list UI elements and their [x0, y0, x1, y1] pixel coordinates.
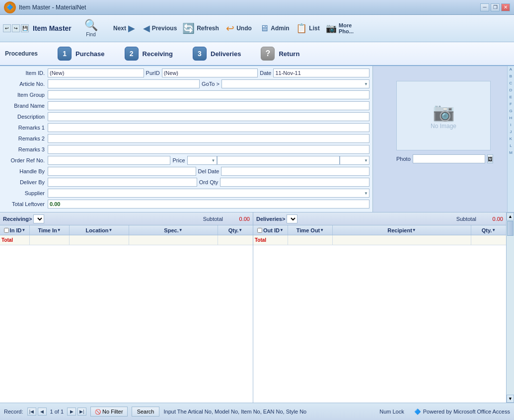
alpha-B[interactable]: B [508, 73, 514, 80]
receiving-total-row: Total [0, 235, 253, 245]
find-button[interactable]: 🔍 Find [73, 16, 108, 40]
remarks3-input[interactable] [48, 145, 369, 154]
receiving-select-all[interactable] [4, 228, 9, 233]
deliver-by-row: Deliver By Ord Qty [3, 177, 369, 187]
no-image-placeholder: 📷 No Image [396, 81, 491, 150]
record-label: Record: [4, 409, 23, 415]
record-last-button[interactable]: ▶| [77, 408, 86, 416]
photo-input[interactable] [413, 154, 485, 163]
deliver-by-input[interactable] [48, 178, 197, 187]
camera-icon: 📷 [433, 102, 455, 123]
alpha-E[interactable]: E [508, 94, 514, 101]
refresh-button[interactable]: 🔄 Refresh [181, 16, 220, 40]
next-button[interactable]: Next ▶ [109, 16, 139, 40]
price-unit-select[interactable] [340, 156, 369, 165]
deliveries-panel: Deliveries> Subtotal 0.00 Out ID ▼ [253, 212, 506, 403]
admin-button[interactable]: 🖥 Admin [257, 16, 292, 40]
find-icon: 🔍 [84, 20, 98, 31]
handle-by-input[interactable] [48, 167, 196, 176]
toolbar-small-btn-3[interactable]: 💾 [21, 24, 29, 32]
undo-button[interactable]: ↩ Undo [221, 16, 256, 40]
article-no-row: Article No. GoTo > [3, 79, 369, 89]
status-bar: Record: |◀ ◀ 1 of 1 ▶ ▶| 🚫 No Filter Sea… [0, 403, 514, 420]
receiving-total-spec [129, 235, 218, 245]
record-first-button[interactable]: |◀ [27, 408, 36, 416]
supplier-select[interactable] [48, 189, 369, 198]
col-time-out[interactable]: Time Out ▼ [288, 225, 333, 235]
photo-browse-button[interactable]: 🖼 [487, 154, 493, 163]
alpha-K[interactable]: K [508, 136, 514, 142]
proc-receiving[interactable]: 2 Receiving [125, 47, 173, 61]
toolbar-small-btn-1[interactable]: ↩ [3, 24, 11, 32]
alpha-G[interactable]: G [508, 108, 514, 115]
col-recipient[interactable]: Recipient ▼ [333, 225, 471, 235]
alpha-C[interactable]: C [508, 80, 514, 87]
goto-select[interactable] [221, 79, 369, 88]
item-group-input[interactable] [48, 90, 369, 99]
proc-deliveries[interactable]: 3 Deliveries [193, 47, 241, 61]
ms-office-icon: 🔷 [414, 409, 421, 415]
no-filter-button[interactable]: 🚫 No Filter [90, 407, 128, 417]
window-title: Item Master - MaterialNet [19, 4, 86, 11]
record-prev-button[interactable]: ◀ [38, 408, 47, 416]
remarks1-input[interactable] [48, 123, 369, 132]
admin-label: Admin [271, 25, 289, 32]
remarks1-label: Remarks 1 [3, 125, 48, 131]
total-leftover-input[interactable] [48, 200, 369, 209]
receiving-subtotal: Subtotal 0.00 [203, 216, 250, 222]
alpha-L[interactable]: L [508, 142, 514, 149]
del-date-input[interactable] [221, 167, 369, 176]
price-input[interactable] [217, 156, 340, 165]
price-select[interactable] [187, 156, 217, 165]
scroll-down-button[interactable]: ▼ [507, 395, 514, 403]
brand-name-input[interactable] [48, 101, 369, 110]
ord-qty-label: Ord Qty [197, 179, 220, 185]
toolbar-small-btn-2[interactable]: ↪ [12, 24, 20, 32]
minimize-button[interactable]: ─ [480, 3, 489, 11]
alpha-A[interactable]: A [508, 66, 514, 73]
previous-button[interactable]: ◀ Previous [140, 16, 180, 40]
deliveries-col-headers: Out ID ▼ Time Out ▼ Recipient ▼ Qty. ▼ [253, 225, 506, 235]
order-ref-input[interactable] [48, 156, 170, 165]
del-date-label: Del Date [196, 168, 221, 174]
col-spec[interactable]: Spec. ▼ [129, 225, 218, 235]
search-button[interactable]: Search [132, 407, 160, 417]
list-button[interactable]: 📋 List [293, 16, 323, 40]
alpha-D[interactable]: D [508, 87, 514, 94]
article-no-input[interactable] [48, 79, 200, 88]
order-ref-row: Order Ref No. Price [3, 155, 369, 165]
alpha-M[interactable]: M [508, 149, 514, 156]
proc-deliveries-label: Deliveries [211, 50, 241, 58]
alpha-I[interactable]: I [508, 122, 514, 129]
alpha-F[interactable]: F [508, 101, 514, 108]
receiving-total-loc [70, 235, 129, 245]
restore-button[interactable]: ❐ [491, 3, 500, 11]
alpha-H[interactable]: H [508, 115, 514, 122]
col-time-in[interactable]: Time In ▼ [30, 225, 70, 235]
record-next-button[interactable]: ▶ [67, 408, 76, 416]
more-photos-button[interactable]: 📷 More Pho... [324, 16, 364, 40]
proc-purchase[interactable]: 1 Purchase [58, 47, 105, 61]
item-id-input[interactable] [48, 69, 144, 77]
deliveries-select[interactable] [287, 214, 297, 223]
close-button[interactable]: ✕ [501, 3, 510, 11]
col-del-qty[interactable]: Qty. ▼ [471, 225, 506, 235]
deliveries-select-all[interactable] [257, 228, 262, 233]
receiving-select[interactable] [33, 214, 44, 223]
scroll-thumb[interactable] [507, 221, 514, 236]
col-location[interactable]: Location ▼ [70, 225, 129, 235]
ord-qty-input[interactable] [220, 178, 369, 187]
total-leftover-label: Total Leftover [3, 201, 48, 207]
col-in-id[interactable]: In ID ▼ [0, 225, 30, 235]
description-input[interactable] [48, 112, 369, 121]
scroll-up-button[interactable]: ▲ [507, 212, 514, 220]
pur-id-input[interactable] [162, 69, 258, 77]
remarks2-input[interactable] [48, 134, 369, 143]
alpha-J[interactable]: J [508, 129, 514, 136]
col-qty[interactable]: Qty. ▼ [218, 225, 253, 235]
handle-by-label: Handle By [3, 168, 48, 174]
col-out-id[interactable]: Out ID ▼ [253, 225, 288, 235]
proc-return[interactable]: ? Return [261, 47, 299, 61]
date-input[interactable] [273, 69, 369, 77]
next-label: Next [113, 25, 126, 32]
